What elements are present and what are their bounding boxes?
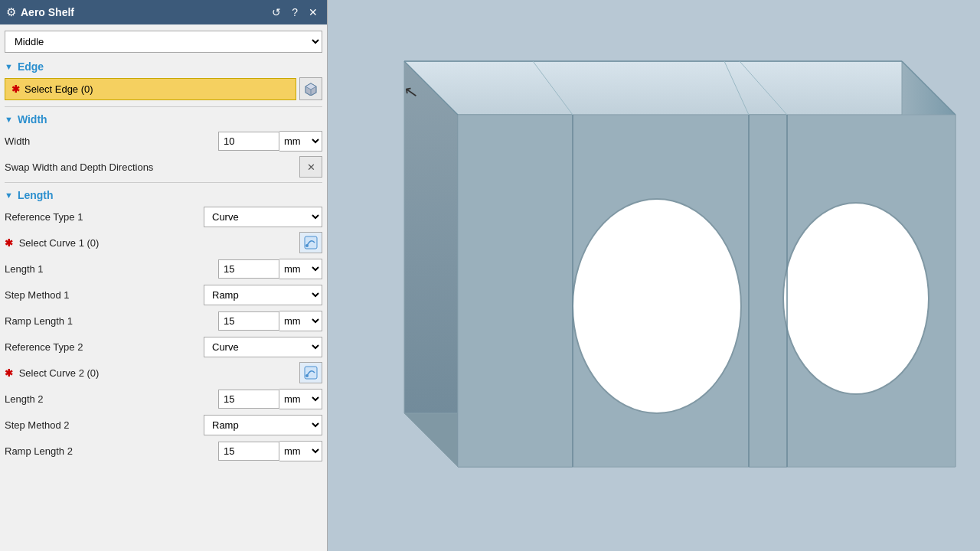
ramp-length-1-label: Ramp Length 1 [5,315,218,327]
svg-marker-8 [404,61,956,115]
gear-icon: ⚙ [6,5,16,19]
ramp-length-2-unit-select[interactable]: mmcminm [279,441,322,461]
length-2-input[interactable] [218,390,279,409]
svg-point-15 [573,199,741,413]
edge-icon-button[interactable] [299,77,322,100]
viewport[interactable]: Single Curve Multi Curve All Curves ••• … [328,0,980,551]
cube-icon [304,82,318,96]
ref-type-2-row: Reference Type 2 CurveDistancePercent [5,336,322,357]
select-curve-2-row: ✱ Select Curve 2 (0) [5,362,322,383]
curve-select-2-icon [304,366,318,380]
length-1-input-group: mmcminm [218,259,322,279]
length-1-label: Length 1 [5,263,218,275]
title-bar: ⚙ Aero Shelf ↺ ? ✕ [0,0,327,24]
edge-section-title: Edge [18,60,44,73]
select-curve-1-row: ✱ Select Curve 1 (0) [5,232,322,253]
edge-section-header[interactable]: ▼ Edge [5,60,322,73]
position-dropdown[interactable]: Middle Top Bottom [5,31,322,53]
ramp-length-1-unit-select[interactable]: mmcminm [279,311,322,331]
ramp-length-1-row: Ramp Length 1 mmcminm [5,310,322,331]
length-2-row: Length 2 mmcminm [5,388,322,409]
step-method-1-row: Step Method 1 RampStepNone [5,284,322,305]
length-2-input-group: mmcminm [218,389,322,409]
ref-type-2-select[interactable]: CurveDistancePercent [204,337,322,357]
swap-button[interactable]: ✕ [299,156,322,178]
step-method-2-select[interactable]: RampStepNone [204,415,322,435]
edge-collapse-arrow: ▼ [5,62,13,71]
ramp-length-2-input[interactable] [218,442,279,461]
swap-label: Swap Width and Depth Directions [5,161,299,173]
step-method-1-select[interactable]: RampStepNone [204,285,322,305]
length-1-unit-select[interactable]: mmcminm [279,259,322,279]
refresh-button[interactable]: ↺ [269,5,284,20]
select-curve-2-button[interactable] [299,362,322,383]
ramp-length-2-row: Ramp Length 2 mmcminm [5,440,322,461]
svg-point-16 [783,203,929,394]
length-collapse-arrow: ▼ [5,191,13,200]
length-section-header[interactable]: ▼ Length [5,189,322,201]
ramp-length-1-input-group: mmcminm [218,311,322,331]
length-2-label: Length 2 [5,393,218,405]
step-method-2-label: Step Method 2 [5,419,204,431]
ref-type-2-label: Reference Type 2 [5,341,204,353]
help-button[interactable]: ? [289,5,301,20]
length-1-input[interactable] [218,259,279,279]
edge-asterisk: ✱ [11,83,20,95]
width-input[interactable] [218,132,279,151]
length-1-row: Length 1 mmcminm [5,258,322,279]
left-panel: ⚙ Aero Shelf ↺ ? ✕ Middle Top Bottom ▼ E… [0,0,328,551]
ramp-length-2-input-group: mmcminm [218,441,322,461]
svg-point-6 [305,374,309,377]
svg-marker-9 [404,61,458,467]
width-section-header[interactable]: ▼ Width [5,113,322,126]
svg-point-4 [305,244,309,247]
step-method-2-row: Step Method 2 RampStepNone [5,414,322,435]
ref-type-1-row: Reference Type 1 CurveDistancePercent [5,206,322,227]
width-row: Width mmcminm [5,130,322,152]
panel-content: Middle Top Bottom ▼ Edge ✱ Select Edge (… [0,24,327,551]
ref-type-1-select[interactable]: CurveDistancePercent [204,207,322,227]
curve1-asterisk: ✱ [5,237,13,249]
select-curve-2-label: ✱ Select Curve 2 (0) [5,367,299,379]
length-section-title: Length [18,189,54,201]
edge-select-row: ✱ Select Edge (0) [5,77,322,100]
width-input-group: mmcminm [218,131,322,152]
select-edge-label: Select Edge (0) [24,83,93,95]
width-section-title: Width [18,113,47,126]
length-2-unit-select[interactable]: mmcminm [279,389,322,409]
close-button[interactable]: ✕ [305,5,321,20]
swap-row: Swap Width and Depth Directions ✕ [5,156,322,178]
ref-type-1-label: Reference Type 1 [5,211,204,223]
select-curve-1-label: ✱ Select Curve 1 (0) [5,237,299,249]
ramp-length-1-input[interactable] [218,311,279,331]
width-unit-select[interactable]: mmcminm [279,131,322,152]
ramp-length-2-label: Ramp Length 2 [5,445,218,457]
select-curve-1-button[interactable] [299,232,322,253]
panel-title: Aero Shelf [21,6,264,18]
width-collapse-arrow: ▼ [5,115,13,124]
position-dropdown-wrap: Middle Top Bottom [5,31,322,53]
curve2-asterisk: ✱ [5,367,13,379]
step-method-1-label: Step Method 1 [5,289,204,301]
width-label: Width [5,135,218,147]
select-edge-button[interactable]: ✱ Select Edge (0) [5,78,296,100]
viewport-3d-svg [328,0,980,551]
curve-select-icon [304,236,318,249]
